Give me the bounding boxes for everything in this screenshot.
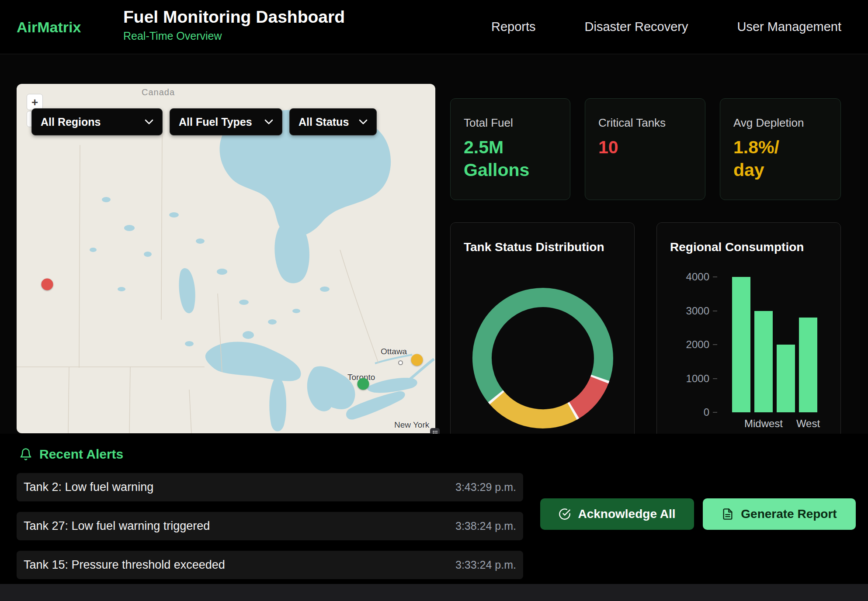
alert-timestamp: 3:43:29 p.m. bbox=[455, 481, 516, 494]
map-label-canada: Canada bbox=[142, 87, 175, 97]
donut-segment-separator bbox=[572, 410, 574, 411]
tank-status-donut-chart bbox=[451, 275, 635, 434]
y-axis-tick bbox=[713, 344, 717, 345]
avg-depletion-card: Avg Depletion 1.8%/ day bbox=[720, 98, 841, 200]
page-subtitle: Real-Time Overview bbox=[123, 30, 345, 42]
alerts-title: Recent Alerts bbox=[39, 447, 123, 462]
stat-label: Total Fuel bbox=[464, 116, 557, 130]
y-axis-tick bbox=[713, 412, 717, 413]
nav-reports[interactable]: Reports bbox=[491, 20, 536, 34]
alert-message: Tank 15: Pressure threshold exceeded bbox=[24, 558, 225, 572]
main-nav: Reports Disaster Recovery User Managemen… bbox=[491, 0, 841, 54]
generate-report-button[interactable]: Generate Report bbox=[703, 498, 856, 530]
acknowledge-all-label: Acknowledge All bbox=[578, 507, 675, 521]
page-title: Fuel Monitoring Dashboard bbox=[123, 7, 345, 27]
alert-message: Tank 27: Low fuel warning triggered bbox=[24, 519, 210, 533]
y-axis-label: 4000 bbox=[670, 271, 709, 283]
donut-segment-separator bbox=[496, 396, 497, 398]
recent-alerts-section: Recent Alerts Tank 2: Low fuel warning 3… bbox=[0, 434, 868, 584]
generate-report-label: Generate Report bbox=[741, 507, 837, 521]
alert-timestamp: 3:38:24 p.m. bbox=[455, 520, 516, 532]
charts-row: Tank Status Distribution Regional Consum… bbox=[450, 222, 844, 434]
alert-row[interactable]: Tank 2: Low fuel warning 3:43:29 p.m. bbox=[17, 473, 523, 501]
header: AirMatrix Fuel Monitoring Dashboard Real… bbox=[0, 0, 868, 54]
chevron-down-icon bbox=[264, 119, 273, 124]
fuel-type-filter-dropdown[interactable]: All Fuel Types bbox=[170, 108, 282, 135]
stat-label: Avg Depletion bbox=[733, 116, 827, 130]
map-label-new-york: New York bbox=[394, 420, 429, 430]
chevron-down-icon bbox=[145, 119, 153, 124]
donut-segment-normal bbox=[482, 297, 604, 397]
chart-title: Tank Status Distribution bbox=[464, 240, 604, 254]
tank-marker-warning[interactable] bbox=[411, 354, 423, 366]
tank-marker-normal[interactable] bbox=[358, 378, 369, 390]
region-filter-value: All Regions bbox=[41, 116, 101, 128]
donut-segment-separator bbox=[600, 378, 601, 380]
y-axis-tick bbox=[713, 378, 717, 379]
y-axis-label: 2000 bbox=[670, 338, 709, 351]
acknowledge-all-button[interactable]: Acknowledge All bbox=[540, 498, 694, 530]
consumption-bar bbox=[732, 277, 750, 412]
alert-row[interactable]: Tank 27: Low fuel warning triggered 3:38… bbox=[17, 512, 523, 540]
brand-logo[interactable]: AirMatrix bbox=[17, 18, 81, 35]
map-panel[interactable]: Canada OttawaTorontoNew York + − All Reg… bbox=[17, 84, 435, 433]
y-axis-label: 0 bbox=[670, 406, 709, 418]
alert-message: Tank 2: Low fuel warning bbox=[24, 480, 153, 494]
regional-consumption-card: Regional Consumption 01000200030004000Mi… bbox=[656, 222, 841, 434]
tank-status-card: Tank Status Distribution bbox=[450, 222, 635, 434]
region-filter-dropdown[interactable]: All Regions bbox=[31, 108, 163, 135]
y-axis-label: 1000 bbox=[670, 373, 709, 385]
alert-timestamp: 3:33:24 p.m. bbox=[455, 559, 516, 571]
y-axis-tick bbox=[713, 311, 717, 311]
regional-consumption-bar-chart: 01000200030004000MidwestWest bbox=[657, 223, 840, 434]
map-label-ottawa: Ottawa bbox=[381, 347, 407, 356]
critical-tanks-value: 10 bbox=[598, 136, 670, 159]
check-circle-icon bbox=[559, 508, 571, 520]
total-fuel-value: 2.5M Gallons bbox=[464, 136, 536, 181]
total-fuel-card: Total Fuel 2.5M Gallons bbox=[450, 98, 570, 200]
status-filter-value: All Status bbox=[299, 116, 349, 128]
critical-tanks-card: Critical Tanks 10 bbox=[585, 98, 705, 200]
bell-icon bbox=[19, 448, 32, 461]
alert-row[interactable]: Tank 15: Pressure threshold exceeded 3:3… bbox=[17, 551, 523, 579]
consumption-bar bbox=[777, 345, 795, 412]
status-filter-dropdown[interactable]: All Status bbox=[289, 108, 377, 135]
donut-segment-critical bbox=[573, 379, 600, 411]
footer-strip bbox=[0, 584, 868, 601]
consumption-bar bbox=[799, 318, 817, 412]
tank-marker-critical[interactable] bbox=[42, 279, 53, 290]
avg-depletion-value: 1.8%/ day bbox=[733, 136, 806, 181]
nav-user-management[interactable]: User Management bbox=[737, 20, 841, 34]
y-axis-label: 3000 bbox=[670, 305, 709, 317]
map-filter-bar: All Regions All Fuel Types All Status bbox=[31, 108, 377, 135]
consumption-bar bbox=[754, 311, 773, 413]
stat-label: Critical Tanks bbox=[598, 116, 692, 130]
app-root: AirMatrix Fuel Monitoring Dashboard Real… bbox=[0, 0, 868, 601]
y-axis-tick bbox=[713, 276, 717, 277]
fuel-type-filter-value: All Fuel Types bbox=[179, 116, 252, 128]
chevron-down-icon bbox=[359, 119, 368, 124]
town-dot-icon bbox=[398, 360, 403, 365]
title-block: Fuel Monitoring Dashboard Real-Time Over… bbox=[123, 7, 345, 42]
alerts-heading: Recent Alerts bbox=[19, 447, 123, 462]
x-axis-label: West bbox=[782, 418, 834, 430]
nav-disaster-recovery[interactable]: Disaster Recovery bbox=[585, 20, 688, 34]
donut-segment-warning bbox=[496, 397, 573, 419]
zoom-in-button[interactable]: + bbox=[27, 94, 43, 110]
report-document-icon bbox=[722, 508, 734, 520]
